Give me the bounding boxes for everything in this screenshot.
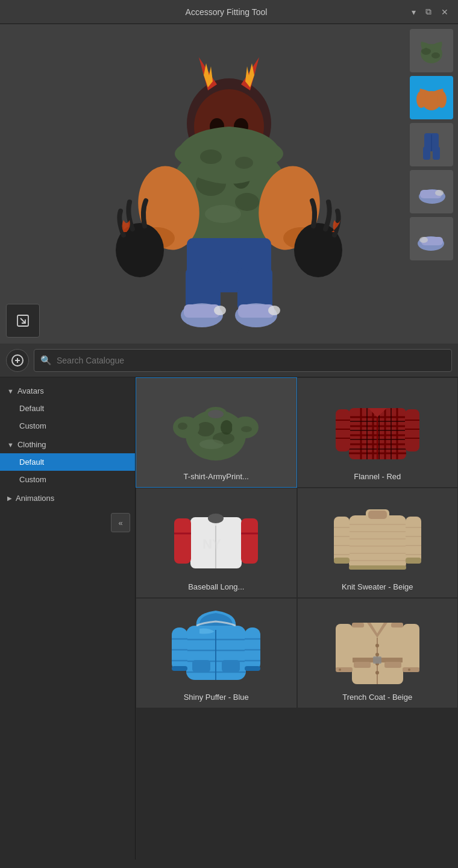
svg-point-4 [205,205,241,223]
svg-rect-161 [391,623,403,627]
svg-point-56 [419,237,428,243]
svg-rect-168 [354,662,371,668]
add-button[interactable] [6,349,29,372]
animations-arrow: ▶ [7,495,12,502]
svg-point-34 [214,306,226,315]
export-button[interactable] [6,304,40,338]
grid-item-label-3: Knit Sweater - Beige [304,582,452,591]
grid-item-img-4 [168,605,265,689]
svg-point-24 [235,157,253,169]
svg-point-71 [178,423,187,430]
svg-text:NY: NY [202,536,221,552]
svg-point-23 [200,149,222,164]
sidebar-section-clothing: ▼ Clothing Default Custom [0,436,135,488]
svg-rect-129 [334,558,350,564]
svg-rect-130 [406,558,421,564]
svg-rect-159 [373,656,381,664]
avatars-label: Avatars [17,386,44,395]
svg-point-3 [235,193,259,211]
animations-label: Animations [16,494,54,503]
character-preview [0,24,458,344]
title-bar: Accessory Fitting Tool ▾ ⧉ ✕ [0,0,458,24]
sidebar-item-clothing-custom[interactable]: Custom [0,471,135,488]
svg-point-167 [408,668,410,671]
svg-rect-47 [433,146,440,160]
svg-point-39 [431,52,440,58]
clothing-arrow: ▼ [7,441,14,448]
grid-item-label-5: Trench Coat - Beige [304,693,452,702]
search-input-wrapper[interactable]: 🔍 [34,349,452,372]
grid-item-label-4: Shiny Puffer - Blue [142,693,290,702]
svg-point-42 [416,91,426,108]
svg-rect-119 [334,517,350,564]
sidebar-section-avatars: ▼ Avatars Default Custom [0,382,135,435]
thumb-shoe-right[interactable] [410,217,453,260]
grid-item-img-2: NY [168,494,265,579]
svg-rect-92 [336,409,350,451]
svg-point-65 [199,439,224,449]
svg-point-154 [375,644,379,647]
minimize-button[interactable]: ▾ [409,5,418,18]
sidebar-section-animations: ▶ Animations [0,489,135,507]
search-input[interactable] [57,356,445,365]
thumb-orange-sweater[interactable] [410,76,453,119]
svg-point-68 [208,410,224,418]
svg-point-52 [435,190,444,196]
svg-rect-165 [403,667,419,672]
grid-item-1[interactable]: Flannel - Red [297,377,459,488]
svg-rect-93 [405,409,419,451]
sidebar-group-clothing[interactable]: ▼ Clothing [0,436,135,453]
collapse-sidebar-button[interactable]: « [111,513,130,532]
svg-point-72 [241,426,252,432]
svg-point-157 [375,671,379,675]
grid-item-4[interactable]: Shiny Puffer - Blue [136,598,297,708]
grid-item-0[interactable]: T-shirt-ArmyPrint... [136,377,297,488]
svg-rect-164 [336,667,353,672]
grid-item-label-1: Flannel - Red [304,472,452,481]
sidebar-group-avatars[interactable]: ▼ Avatars [0,382,135,400]
search-icon: 🔍 [40,355,52,366]
thumb-camo-shirt[interactable] [410,29,453,72]
side-thumbnails [410,29,453,260]
sidebar-item-clothing-default[interactable]: Default [0,453,135,471]
sidebar-group-animations[interactable]: ▶ Animations [0,489,135,507]
sidebar-item-avatars-default[interactable]: Default [0,400,135,417]
svg-point-102 [208,514,224,523]
svg-point-166 [339,668,341,671]
svg-rect-162 [336,624,353,672]
grid-item-5[interactable]: Trench Coat - Beige [297,598,459,708]
grid-item-img-0 [168,384,265,468]
grid-item-img-5 [329,605,425,689]
svg-point-66 [221,420,233,435]
svg-point-43 [437,91,447,108]
grid-item-label-0: T-shirt-ArmyPrint... [142,472,290,481]
svg-rect-118 [368,511,387,519]
svg-rect-120 [406,517,421,564]
thumb-shoe-left[interactable] [410,170,453,213]
window-controls[interactable]: ▾ ⧉ ✕ [409,5,451,18]
preview-area [0,24,458,344]
svg-rect-104 [174,518,191,564]
svg-rect-150 [222,660,240,672]
svg-rect-163 [403,624,419,672]
search-bar: 🔍 [0,344,458,377]
item-grid: T-shirt-ArmyPrint... [136,377,458,860]
window-title: Accessory Fitting Tool [43,7,409,17]
clothing-label: Clothing [17,440,46,449]
avatars-arrow: ▼ [7,388,14,395]
grid-item-label-2: Baseball Long... [142,582,290,591]
maximize-button[interactable]: ⧉ [423,5,434,18]
svg-rect-131 [349,565,406,570]
main-content: ▼ Avatars Default Custom ▼ Clothing Defa… [0,377,458,860]
grid-item-2[interactable]: NY Baseball Long... [136,488,297,598]
svg-rect-148 [245,666,260,671]
thumb-jeans[interactable] [410,123,453,166]
close-button[interactable]: ✕ [439,5,451,18]
svg-rect-46 [423,146,430,160]
grid-item-3[interactable]: Knit Sweater - Beige [297,488,459,598]
sidebar-item-avatars-custom[interactable]: Custom [0,417,135,435]
svg-point-155 [375,653,379,656]
svg-rect-169 [384,662,401,668]
sidebar: ▼ Avatars Default Custom ▼ Clothing Defa… [0,377,136,860]
svg-rect-160 [352,623,364,627]
